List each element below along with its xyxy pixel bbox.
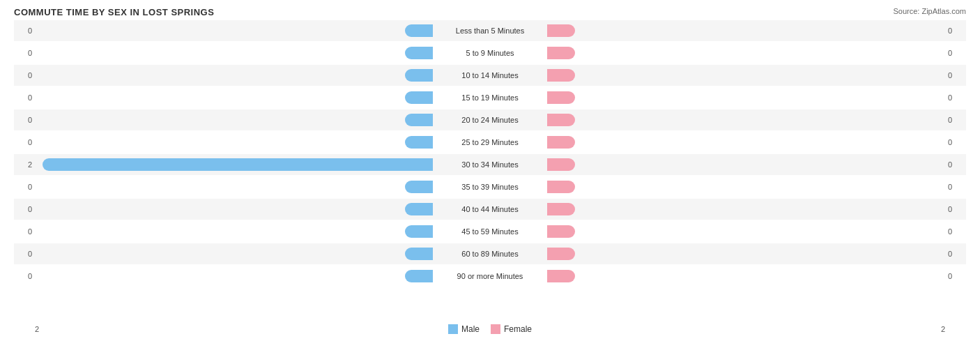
female-side [546, 221, 945, 242]
bars-wrapper: 40 to 44 Minutes [35, 199, 945, 220]
bars-wrapper: 90 or more Minutes [35, 266, 945, 287]
female-bar [547, 91, 575, 104]
bars-wrapper: Less than 5 Minutes [35, 20, 945, 41]
male-side [35, 266, 434, 287]
female-side [546, 87, 945, 108]
bars-wrapper: 20 to 24 Minutes [35, 109, 945, 130]
female-value: 0 [945, 272, 966, 280]
male-side [35, 243, 434, 264]
male-bar [405, 47, 433, 59]
female-bar [547, 158, 575, 171]
female-value: 0 [945, 26, 966, 35]
male-bar [43, 158, 433, 171]
footer-left-value: 2 [35, 325, 39, 333]
chart-row: 060 to 89 Minutes0 [14, 243, 966, 264]
female-value: 0 [945, 183, 966, 191]
bar-area: 45 to 59 Minutes [35, 221, 945, 242]
female-legend-icon [491, 324, 500, 334]
bar-label: 90 or more Minutes [434, 272, 546, 280]
female-side [546, 65, 945, 86]
bar-area: 90 or more Minutes [35, 266, 945, 287]
male-bar [405, 248, 433, 260]
male-value: 0 [14, 205, 35, 213]
female-value: 0 [945, 116, 966, 124]
bar-area: 15 to 19 Minutes [35, 87, 945, 108]
female-side [546, 266, 945, 287]
bar-area: 35 to 39 Minutes [35, 176, 945, 197]
female-side [546, 243, 945, 264]
female-bar [547, 47, 575, 59]
male-side [35, 87, 434, 108]
male-legend-icon [448, 324, 458, 334]
male-side [35, 65, 434, 86]
female-bar [547, 24, 575, 37]
bar-area: Less than 5 Minutes [35, 20, 945, 41]
bar-label: Less than 5 Minutes [434, 26, 546, 35]
male-bar [405, 24, 433, 37]
male-value: 0 [14, 71, 35, 79]
female-side [546, 199, 945, 220]
chart-footer: 2 Male Female 2 [14, 324, 966, 334]
bars-wrapper: 30 to 34 Minutes [35, 154, 945, 175]
female-side [546, 20, 945, 41]
female-value: 0 [945, 93, 966, 102]
male-bar [405, 270, 433, 282]
bars-wrapper: 60 to 89 Minutes [35, 243, 945, 264]
legend-female: Female [491, 324, 532, 334]
chart-row: 015 to 19 Minutes0 [14, 87, 966, 108]
female-value: 0 [945, 49, 966, 57]
male-side [35, 109, 434, 130]
female-value: 0 [945, 160, 966, 169]
bar-label: 40 to 44 Minutes [434, 205, 546, 213]
female-side [546, 154, 945, 175]
bar-label: 25 to 29 Minutes [434, 138, 546, 146]
bar-area: 20 to 24 Minutes [35, 109, 945, 130]
female-legend-label: Female [504, 324, 532, 334]
male-value: 0 [14, 93, 35, 102]
chart-row: 010 to 14 Minutes0 [14, 65, 966, 86]
male-value: 0 [14, 26, 35, 35]
chart-row: 045 to 59 Minutes0 [14, 221, 966, 242]
male-value: 0 [14, 138, 35, 146]
bar-label: 30 to 34 Minutes [434, 160, 546, 169]
male-side [35, 176, 434, 197]
male-side [35, 199, 434, 220]
male-side [35, 154, 434, 175]
male-value: 0 [14, 116, 35, 124]
male-side [35, 221, 434, 242]
bar-area: 40 to 44 Minutes [35, 199, 945, 220]
male-bar [405, 181, 433, 193]
bar-label: 15 to 19 Minutes [434, 93, 546, 102]
bar-label: 35 to 39 Minutes [434, 183, 546, 191]
chart-row: 020 to 24 Minutes0 [14, 109, 966, 130]
female-side [546, 132, 945, 153]
bar-label: 20 to 24 Minutes [434, 116, 546, 124]
chart-row: 035 to 39 Minutes0 [14, 176, 966, 197]
male-bar [405, 225, 433, 238]
bar-area: 25 to 29 Minutes [35, 132, 945, 153]
male-side [35, 43, 434, 63]
chart-row: 05 to 9 Minutes0 [14, 43, 966, 63]
female-bar [547, 69, 575, 82]
bars-wrapper: 25 to 29 Minutes [35, 132, 945, 153]
legend-male: Male [448, 324, 480, 334]
bar-area: 5 to 9 Minutes [35, 43, 945, 63]
chart-row: 0Less than 5 Minutes0 [14, 20, 966, 41]
source-label: Source: ZipAtlas.com [893, 7, 966, 15]
bars-wrapper: 5 to 9 Minutes [35, 43, 945, 63]
bar-area: 60 to 89 Minutes [35, 243, 945, 264]
male-legend-label: Male [461, 324, 480, 334]
female-value: 0 [945, 250, 966, 258]
male-value: 0 [14, 49, 35, 57]
chart-row: 090 or more Minutes0 [14, 266, 966, 287]
male-value: 0 [14, 250, 35, 258]
bar-label: 45 to 59 Minutes [434, 227, 546, 236]
female-bar [547, 136, 575, 149]
male-bar [405, 91, 433, 104]
male-bar [405, 203, 433, 215]
bars-wrapper: 45 to 59 Minutes [35, 221, 945, 242]
chart-area: 0Less than 5 Minutes005 to 9 Minutes0010… [14, 20, 966, 320]
female-side [546, 176, 945, 197]
bar-label: 60 to 89 Minutes [434, 250, 546, 258]
male-bar [405, 136, 433, 149]
